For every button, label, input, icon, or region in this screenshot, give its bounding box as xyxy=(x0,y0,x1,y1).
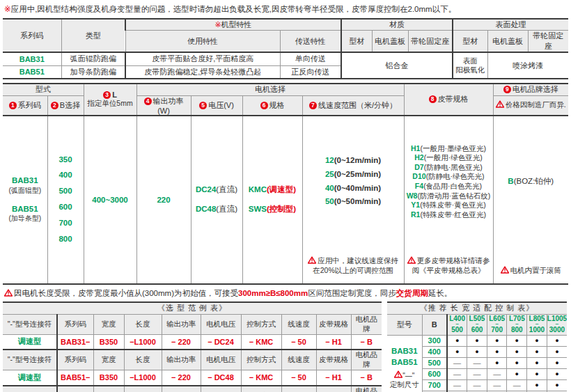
circled-number-icon: 1 xyxy=(9,102,17,109)
unsupported-dash: — xyxy=(447,357,467,368)
spec-col-label: 规格 xyxy=(269,101,285,109)
speed-option: 25(0~25m/min) xyxy=(304,170,402,180)
supported-dot: ● xyxy=(447,346,467,357)
transfer-feature-value: 单向传送 xyxy=(280,52,341,65)
length-range-value: 400~3000 xyxy=(84,116,136,284)
unsupported-dash: — xyxy=(467,368,487,379)
example-code-value: − KMC xyxy=(241,334,281,350)
series-code-value: BAB51 xyxy=(3,65,61,79)
voltage-option: DC24(直流) xyxy=(193,185,241,195)
example-code-value: − B xyxy=(351,370,382,386)
example-code-value: B350 xyxy=(93,370,124,386)
series-options-cell: BAB31(弧面辊型)BAB51(加导条型) xyxy=(3,116,47,284)
example-code-value: BAB31− xyxy=(57,334,93,350)
brand-note: 电机内置于滚筒 xyxy=(495,265,568,275)
dash-legend-text: 定制尺寸 xyxy=(389,380,421,390)
length-unit-note: 指定单位5mm xyxy=(86,99,135,109)
belt-note: 更多皮带规格详情请参 阅《平皮带规格总表》 xyxy=(406,256,492,275)
example-code-value: B350 xyxy=(93,334,124,350)
model-col-header: 型号 xyxy=(387,314,422,335)
example-col-header: 系列码 xyxy=(57,386,93,392)
model-name: BAB51 xyxy=(389,357,421,368)
example-col-header: 输出功率 xyxy=(162,386,201,392)
unsupported-dash: — xyxy=(467,357,487,368)
width-option: 400 xyxy=(49,171,82,180)
example-code-value: − 220 xyxy=(162,334,201,350)
b-value: 500 xyxy=(422,357,447,368)
circled-number-icon: 2 xyxy=(51,102,58,109)
spec-options-cell: KMC(调速型)SWS(控制型) xyxy=(242,116,302,284)
series-col-label: 系列码 xyxy=(18,101,41,109)
example-col-header: 电机电压 xyxy=(201,386,241,392)
example-code-value: − DC24 xyxy=(201,334,241,350)
example-col-header: 电机品牌 xyxy=(351,314,382,334)
belt-option: H1(一般用·墨绿色亚光) xyxy=(411,144,486,153)
example-col-header: 控制方式 xyxy=(241,314,281,334)
brand-header: 9电机品牌选择 xyxy=(493,84,568,95)
circled-number-icon: 6 xyxy=(260,102,268,109)
example-code-value: − 220 xyxy=(162,370,201,386)
length-label: L xyxy=(112,91,117,99)
belt-option: H2(一般用·绿色亚光) xyxy=(414,153,482,162)
circled-number-icon: 9 xyxy=(503,86,511,93)
transfer-feature-header: 传送特性 xyxy=(280,31,341,53)
brand-code: B xyxy=(508,177,513,185)
reference-mark: ※ xyxy=(214,20,221,29)
example-col-header: 电机电压 xyxy=(201,314,241,334)
brand-desc: (BOZ:铂仲) xyxy=(514,177,554,185)
example-code-value: − B xyxy=(351,334,382,350)
belt-option: D10(防静电·绿色亮光) xyxy=(412,172,484,181)
length-header: 3L 指定单位5mm xyxy=(84,84,136,116)
example-col-header: "-"型号连接符 xyxy=(3,350,57,370)
width-option: 700 xyxy=(49,219,82,228)
supported-dot: ● xyxy=(547,357,567,368)
width-note-text: 延长。 xyxy=(428,289,453,297)
example-code-value: − DC48 xyxy=(201,370,241,386)
circled-number-icon: 4 xyxy=(144,97,152,105)
speed-col-label: 线速度范围（米/分钟） xyxy=(318,101,397,109)
material-value: 铝合金 xyxy=(341,52,453,79)
series-code-value: BAB31 xyxy=(3,52,61,65)
power-col-header: 4输出功率(W) xyxy=(136,95,191,116)
unsupported-dash: — xyxy=(447,368,467,379)
b-value: 600 xyxy=(422,368,447,379)
width-note-text: 区间范围定制宽度，同步 xyxy=(308,289,396,297)
voltage-col-label: 电压(V) xyxy=(208,101,234,109)
example-code-value: − KMC xyxy=(241,370,281,386)
example-code-value: − 50 xyxy=(281,334,316,350)
surface-paint-value: 喷涂烤漆 xyxy=(487,52,568,79)
warning-icon xyxy=(4,289,14,297)
example-col-header: 电机品牌 xyxy=(351,386,382,392)
belt-option: W8(防滑动用·蓝色钻石纹) xyxy=(407,191,491,201)
pulley-seat-header: 带轮固定座 xyxy=(408,31,453,53)
delivery-highlight: 交货周期 xyxy=(396,289,428,297)
width-range-highlight: 300mm≥B≤800mm xyxy=(238,289,308,297)
speed-options-cell: 12(0~12m/min)25(0~25m/min)40(0~40m/min)5… xyxy=(302,116,404,284)
spec-option: SWS(控制型) xyxy=(244,205,301,214)
series-col-header: 1系列码 xyxy=(3,95,47,116)
model-group-header: 型式 xyxy=(3,84,84,95)
supported-dot: ● xyxy=(527,368,547,379)
surface-group-header: 表面处理 xyxy=(453,19,568,31)
top-note-text: 应用中,因机型结构强度及机身变型量的问题，选型时请勿超出负载及长宽,因皮带转弯半… xyxy=(11,5,457,13)
feature-group-label: 机型特性 xyxy=(221,20,252,29)
width-options-cell: 350400500600700800 xyxy=(47,116,84,284)
warning-icon xyxy=(308,256,318,265)
use-feature-value: 皮带平面贴合度好,平面精度高 xyxy=(125,52,280,65)
supported-dot: ● xyxy=(507,346,527,357)
width-note: 因电机长度受限，皮带宽度最小值从(300mm)为初始值，可接受300mm≥B≤8… xyxy=(4,288,568,299)
model-cell: BAB31BAB51"—"定制尺寸 xyxy=(387,335,422,392)
width-option: 350 xyxy=(49,155,82,165)
circled-number-icon: 5 xyxy=(199,102,207,109)
example-code-value: − 50 xyxy=(281,370,316,386)
motor-cover-header: 电机盖板 xyxy=(487,31,528,53)
example-code-value: −L1000 xyxy=(124,370,162,386)
transfer-feature-value: 正反向传送 xyxy=(280,65,341,79)
supported-dot: ● xyxy=(507,335,527,346)
example-col-header: 长度 xyxy=(124,314,162,334)
example-col-header: 宽度 xyxy=(93,350,124,370)
supported-dot: ● xyxy=(527,357,547,368)
brand-price-note-text: 价格因制造厂而异. xyxy=(506,100,566,109)
supported-dot: ● xyxy=(467,335,487,346)
example-col-header: 皮带规格 xyxy=(316,386,351,392)
